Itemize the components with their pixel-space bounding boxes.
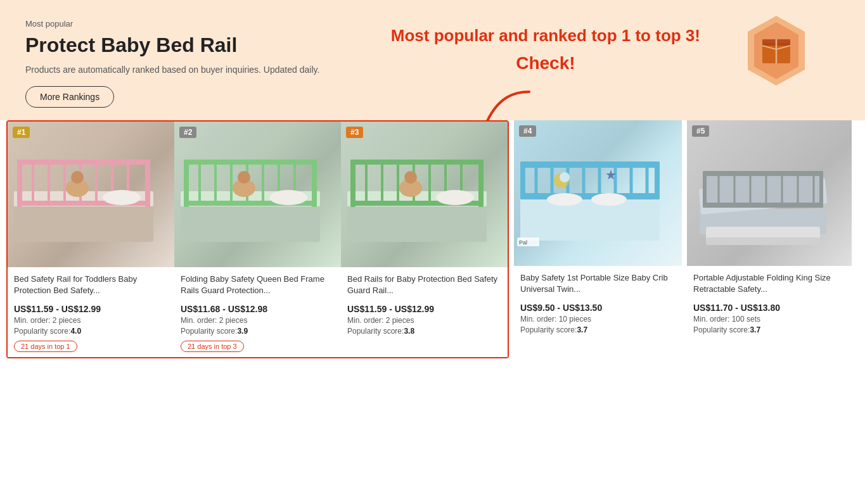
product-card-4[interactable]: #4 <box>514 120 682 358</box>
svg-rect-41 <box>478 160 484 207</box>
svg-rect-6 <box>14 204 153 242</box>
svg-rect-77 <box>703 171 823 176</box>
product-name-1: Bed Safety Rail for Toddlers Baby Protec… <box>14 274 168 299</box>
svg-rect-54 <box>520 196 660 241</box>
rank-badge-2: #2 <box>179 127 196 138</box>
svg-rect-78 <box>703 203 823 208</box>
product-info-2: Folding Baby Safety Queen Bed Frame Rail… <box>174 267 341 357</box>
product-card-2[interactable]: #2 <box>174 122 341 357</box>
product-min-order-1: Min. order: 2 pieces <box>14 316 168 325</box>
svg-point-37 <box>238 171 250 184</box>
product-name-3: Bed Rails for Baby Protection Bed Safety… <box>347 274 501 299</box>
product-info-3: Bed Rails for Baby Protection Bed Safety… <box>341 267 508 357</box>
product-card-1[interactable]: #1 <box>8 122 174 357</box>
svg-point-19 <box>103 190 141 205</box>
product-info-1: Bed Safety Rail for Toddlers Baby Protec… <box>8 267 174 357</box>
product-min-order-3: Min. order: 2 pieces <box>347 316 501 325</box>
product-image-1: #1 <box>8 122 174 267</box>
product-min-order-2: Min. order: 2 pieces <box>181 316 335 325</box>
product-tag-2: 21 days in top 3 <box>181 341 244 352</box>
product-tag-1: 21 days in top 1 <box>14 341 77 352</box>
rank-badge-3: #3 <box>346 127 363 138</box>
header-banner: Most popular Protect Baby Bed Rail Produ… <box>0 0 865 120</box>
product-card-5[interactable]: #5 <box>687 120 852 358</box>
svg-point-71 <box>591 193 627 206</box>
svg-rect-55 <box>520 161 660 168</box>
svg-point-68 <box>560 172 570 182</box>
products-row: #1 <box>0 120 865 358</box>
svg-rect-24 <box>184 160 189 207</box>
product-price-3: US$11.59 - US$12.99 <box>347 304 501 314</box>
svg-rect-58 <box>655 161 660 199</box>
svg-rect-22 <box>181 204 320 242</box>
product-info-5: Portable Adjustable Folding King Size Re… <box>687 266 852 358</box>
product-min-order-5: Min. order: 100 sets <box>693 315 845 324</box>
product-image-5: #5 <box>687 120 852 266</box>
product-popularity-2: Popularity score:3.9 <box>181 327 335 336</box>
svg-rect-25 <box>312 160 317 207</box>
product-price-1: US$11.59 - US$12.99 <box>14 304 168 314</box>
svg-rect-40 <box>350 160 356 207</box>
product-popularity-1: Popularity score:4.0 <box>14 327 168 336</box>
product-name-2: Folding Baby Safety Queen Bed Frame Rail… <box>181 274 335 299</box>
svg-point-53 <box>404 171 417 184</box>
svg-rect-89 <box>706 237 820 245</box>
svg-rect-10 <box>17 160 150 165</box>
product-card-3[interactable]: #3 <box>341 122 508 357</box>
product-popularity-4: Popularity score:3.7 <box>520 325 676 334</box>
product-price-4: US$9.50 - US$13.50 <box>520 303 676 313</box>
svg-point-70 <box>547 193 582 206</box>
product-info-4: Baby Safety 1st Portable Size Baby Crib … <box>514 266 682 358</box>
svg-point-35 <box>269 190 307 205</box>
product-image-2: #2 <box>174 122 341 267</box>
product-price-5: US$11.70 - US$13.80 <box>693 303 845 313</box>
svg-rect-26 <box>184 160 317 165</box>
callout-line2: Check! <box>391 53 700 73</box>
svg-rect-76 <box>703 171 823 206</box>
svg-rect-38 <box>347 204 487 242</box>
product-image-4: #4 <box>514 120 682 266</box>
svg-rect-56 <box>520 193 660 199</box>
svg-text:Pal: Pal <box>519 239 527 246</box>
svg-rect-57 <box>520 161 525 199</box>
more-rankings-button[interactable]: More Rankings <box>25 86 114 108</box>
hex-box-icon <box>738 13 814 89</box>
callout-line1: Most popular and ranked top 1 to top 3! <box>391 25 700 47</box>
top3-wrapper: #1 <box>6 120 509 358</box>
svg-rect-79 <box>703 171 707 208</box>
banner-callout: Most popular and ranked top 1 to top 3! … <box>391 25 700 73</box>
svg-point-51 <box>436 190 474 205</box>
rank-badge-1: #1 <box>13 127 30 138</box>
product-popularity-5: Popularity score:3.7 <box>693 325 845 334</box>
rank-badge-4: #4 <box>519 125 536 137</box>
product-popularity-3: Popularity score:3.8 <box>347 327 501 336</box>
svg-rect-80 <box>819 171 823 208</box>
product-name-5: Portable Adjustable Folding King Size Re… <box>693 272 845 298</box>
rank-badge-5: #5 <box>692 125 709 137</box>
svg-rect-42 <box>350 160 484 165</box>
svg-rect-9 <box>145 160 150 207</box>
product-min-order-4: Min. order: 10 pieces <box>520 315 676 324</box>
product-image-3: #3 <box>341 122 508 267</box>
product-price-2: US$11.68 - US$12.98 <box>181 304 335 314</box>
svg-point-21 <box>71 171 84 184</box>
svg-rect-8 <box>17 160 22 207</box>
product-name-4: Baby Safety 1st Portable Size Baby Crib … <box>520 272 676 298</box>
